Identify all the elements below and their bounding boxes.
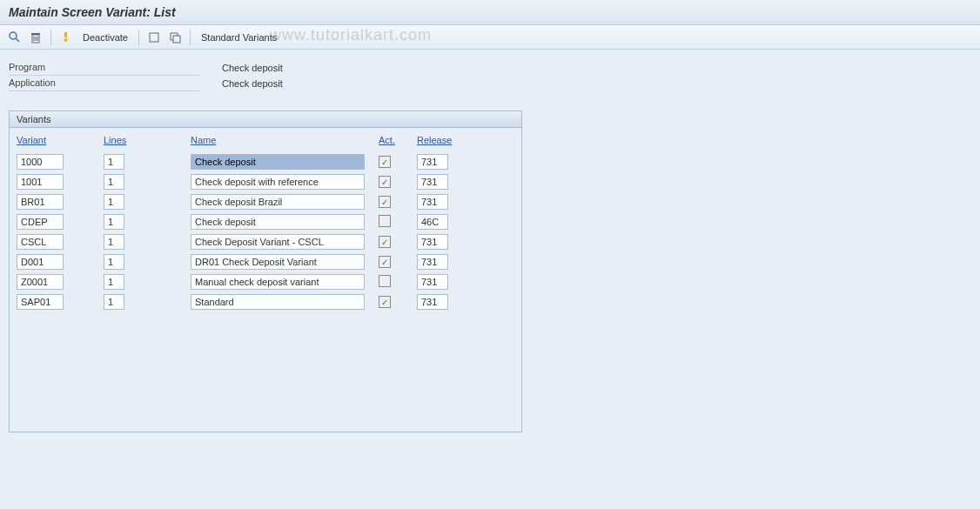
name-input[interactable] [191,194,365,210]
table-row [17,252,514,271]
act-checkbox[interactable] [379,256,391,268]
variant-input[interactable] [17,194,64,210]
act-checkbox[interactable] [379,176,391,188]
table-header-row: Variant Lines Name Act. Release [17,131,514,149]
act-checkbox[interactable] [379,156,391,168]
table-row [17,192,514,211]
application-value: Check deposit [200,78,283,89]
toolbar-separator [138,30,139,45]
variant-input[interactable] [17,214,64,230]
program-value: Check deposit [200,63,283,73]
table-row [17,152,514,171]
lines-input[interactable] [104,154,124,170]
col-header-variant[interactable]: Variant [17,135,46,145]
release-input[interactable] [417,214,448,230]
release-input[interactable] [417,194,448,210]
name-input[interactable] [191,294,365,310]
variant-input[interactable] [17,174,64,190]
act-checkbox[interactable] [379,215,391,227]
variant-input[interactable] [17,234,64,250]
table-row [17,292,514,311]
name-input[interactable] [191,274,365,290]
table-row [17,232,514,251]
release-input[interactable] [417,274,448,290]
svg-rect-9 [150,33,158,42]
variant-input[interactable] [17,274,64,290]
svg-rect-11 [173,36,180,43]
variant-input[interactable] [17,154,64,170]
col-header-release[interactable]: Release [417,135,452,145]
variants-panel: Variants Variant Lines Name Act. Release [9,111,522,432]
col-header-act[interactable]: Act. [379,135,395,145]
release-input[interactable] [417,294,448,310]
svg-point-8 [64,38,68,42]
application-label: Application [9,76,200,91]
table-row [17,272,514,291]
standard-variants-button[interactable]: Standard Variants [201,32,277,43]
name-input[interactable] [191,174,365,190]
name-input[interactable] [191,234,365,250]
act-checkbox[interactable] [379,275,391,287]
delete-icon[interactable] [28,30,44,45]
name-input[interactable] [191,254,365,270]
svg-rect-7 [64,32,67,37]
copy-icon[interactable] [167,30,183,45]
svg-line-1 [16,38,19,42]
act-checkbox[interactable] [379,236,391,248]
create-icon[interactable] [146,30,162,45]
name-input[interactable] [191,214,365,230]
svg-rect-3 [31,33,40,35]
release-input[interactable] [417,234,448,250]
variant-input[interactable] [17,254,64,270]
lines-input[interactable] [104,254,124,270]
act-checkbox[interactable] [379,296,391,308]
panel-title: Variants [10,111,521,128]
program-label: Program [9,60,200,76]
toolbar-separator [50,30,51,45]
release-input[interactable] [417,154,448,170]
name-input[interactable] [191,154,365,170]
lines-input[interactable] [104,274,124,290]
lines-input[interactable] [104,194,124,210]
col-header-lines[interactable]: Lines [104,135,126,145]
lines-input[interactable] [104,294,124,310]
variant-input[interactable] [17,294,64,310]
lines-input[interactable] [104,174,124,190]
toolbar: Deactivate Standard Variants [0,25,980,50]
release-input[interactable] [417,174,448,190]
lines-input[interactable] [104,214,124,230]
toolbar-separator [190,30,191,45]
table-row [17,172,514,191]
release-input[interactable] [417,254,448,270]
info-section: Program Check deposit Application Check … [0,50,980,95]
table-row [17,212,514,231]
svg-point-0 [10,32,17,39]
deactivate-button[interactable]: Deactivate [83,32,128,43]
col-header-name[interactable]: Name [191,135,216,145]
detail-icon[interactable] [7,30,23,45]
page-title: Maintain Screen Variant: List [0,0,980,25]
act-checkbox[interactable] [379,196,391,208]
activate-icon[interactable] [58,30,74,45]
lines-input[interactable] [104,234,124,250]
